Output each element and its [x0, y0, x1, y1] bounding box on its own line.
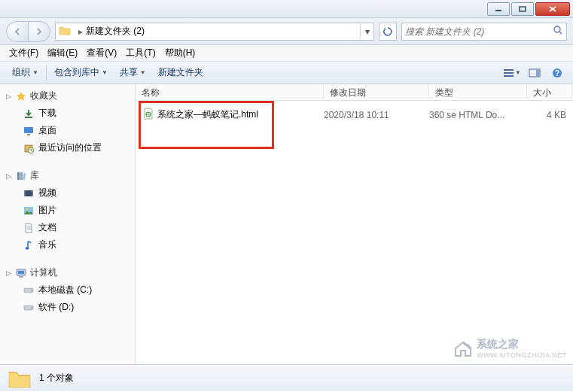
svg-rect-15: [17, 172, 20, 180]
svg-point-30: [31, 307, 32, 308]
svg-rect-12: [27, 134, 30, 135]
chevron-right-icon: ▸: [75, 26, 86, 37]
sidebar-item-recent[interactable]: 最近访问的位置: [0, 139, 135, 156]
library-icon: [15, 170, 27, 182]
svg-rect-1: [520, 7, 526, 11]
col-type[interactable]: 类型: [429, 84, 527, 100]
svg-rect-5: [504, 75, 514, 77]
col-size[interactable]: 大小: [527, 84, 572, 100]
file-list[interactable]: 系统之家—蚂蚁笔记.html 2020/3/18 10:11 360 se HT…: [136, 101, 573, 364]
menu-edit[interactable]: 编辑(E): [43, 45, 82, 61]
svg-point-32: [468, 345, 470, 347]
file-list-pane: 名称 修改日期 类型 大小 系统之家—蚂蚁笔记.html 2020/3/18 1…: [136, 84, 573, 364]
star-icon: [15, 90, 27, 102]
maximize-button[interactable]: [511, 2, 534, 16]
svg-point-28: [31, 290, 32, 291]
view-options-button[interactable]: ▼: [502, 65, 522, 81]
main-area: ▷收藏夹 下载 桌面 最近访问的位置 ▷库 视频 图片 文档 音乐 ▷计算机 本…: [0, 84, 573, 364]
nav-forward-button[interactable]: [28, 21, 50, 42]
folder-icon: [59, 25, 72, 38]
svg-rect-3: [504, 69, 514, 71]
help-button[interactable]: ?: [547, 65, 567, 81]
svg-rect-17: [23, 172, 26, 179]
file-size: 4 KB: [527, 110, 572, 120]
include-in-library-button[interactable]: 包含到库中▼: [48, 63, 114, 82]
svg-text:?: ?: [555, 69, 559, 77]
minimize-button[interactable]: [487, 2, 510, 16]
sidebar-item-documents[interactable]: 文档: [0, 219, 135, 236]
sidebar-item-videos[interactable]: 视频: [0, 184, 135, 202]
close-button[interactable]: [535, 2, 570, 16]
html-file-icon: [143, 108, 154, 122]
new-folder-button[interactable]: 新建文件夹: [152, 63, 209, 82]
picture-icon: [23, 205, 35, 217]
status-bar: 1 个对象: [0, 364, 573, 391]
download-icon: [23, 108, 35, 120]
svg-point-23: [26, 247, 29, 250]
svg-rect-20: [32, 190, 33, 196]
menu-view[interactable]: 查看(V): [82, 45, 121, 61]
file-date: 2020/3/18 10:11: [324, 110, 429, 120]
drive-icon: [23, 284, 35, 296]
menu-file[interactable]: 文件(F): [5, 45, 43, 61]
address-dropdown-button[interactable]: ▾: [360, 23, 373, 40]
svg-rect-10: [25, 117, 32, 118]
drive-icon: [23, 302, 35, 314]
sidebar-favorites[interactable]: ▷收藏夹: [0, 87, 135, 105]
refresh-button[interactable]: [379, 23, 397, 41]
folder-icon: [8, 368, 32, 389]
address-bar[interactable]: ▸ 新建文件夹 (2) ▾: [55, 23, 374, 41]
svg-rect-26: [19, 276, 23, 278]
svg-point-22: [26, 208, 29, 210]
file-row[interactable]: 系统之家—蚂蚁笔记.html 2020/3/18 10:11 360 se HT…: [136, 105, 573, 124]
svg-point-2: [554, 26, 560, 32]
watermark: 系统之家 WWW.XITONGZHIJIA.NET: [453, 338, 567, 359]
video-icon: [23, 187, 35, 199]
titlebar: [0, 0, 573, 18]
music-icon: [23, 239, 35, 251]
sidebar-item-drive-d[interactable]: 软件 (D:): [0, 299, 135, 316]
sidebar-item-desktop[interactable]: 桌面: [0, 122, 135, 139]
svg-rect-11: [24, 127, 33, 133]
svg-rect-0: [495, 10, 501, 11]
col-date[interactable]: 修改日期: [324, 84, 429, 100]
sidebar-computer[interactable]: ▷计算机: [0, 264, 135, 281]
toolbar: 组织▼ 包含到库中▼ 共享▼ 新建文件夹 ▼ ?: [0, 62, 573, 84]
organize-button[interactable]: 组织▼: [6, 63, 44, 82]
sidebar-item-music[interactable]: 音乐: [0, 236, 135, 254]
search-box[interactable]: [401, 23, 567, 41]
sidebar-item-downloads[interactable]: 下载: [0, 105, 135, 122]
sidebar-libraries[interactable]: ▷库: [0, 167, 135, 184]
search-input[interactable]: [405, 26, 553, 37]
breadcrumb-folder[interactable]: 新建文件夹 (2): [86, 25, 145, 38]
svg-rect-4: [504, 72, 514, 74]
menu-bar: 文件(F) 编辑(E) 查看(V) 工具(T) 帮助(H): [0, 45, 573, 62]
computer-icon: [15, 267, 27, 279]
document-icon: [23, 222, 35, 234]
menu-help[interactable]: 帮助(H): [160, 45, 200, 61]
desktop-icon: [23, 125, 35, 137]
share-button[interactable]: 共享▼: [114, 63, 152, 82]
navigation-bar: ▸ 新建文件夹 (2) ▾: [0, 18, 573, 45]
sidebar-item-pictures[interactable]: 图片: [0, 202, 135, 219]
search-icon: [553, 25, 563, 38]
preview-pane-button[interactable]: [525, 65, 544, 81]
svg-rect-19: [24, 190, 26, 196]
menu-tools[interactable]: 工具(T): [121, 45, 160, 61]
file-name: 系统之家—蚂蚁笔记.html: [157, 108, 258, 121]
recent-icon: [23, 142, 35, 154]
col-name[interactable]: 名称: [136, 84, 324, 100]
navigation-pane: ▷收藏夹 下载 桌面 最近访问的位置 ▷库 视频 图片 文档 音乐 ▷计算机 本…: [0, 84, 136, 364]
column-headers: 名称 修改日期 类型 大小: [136, 84, 573, 101]
svg-rect-7: [536, 69, 540, 77]
svg-rect-25: [18, 271, 24, 274]
svg-rect-16: [20, 172, 23, 180]
nav-back-button[interactable]: [6, 21, 29, 42]
sidebar-item-drive-c[interactable]: 本地磁盘 (C:): [0, 281, 135, 299]
status-text: 1 个对象: [39, 372, 74, 384]
file-type: 360 se HTML Do...: [429, 110, 527, 120]
